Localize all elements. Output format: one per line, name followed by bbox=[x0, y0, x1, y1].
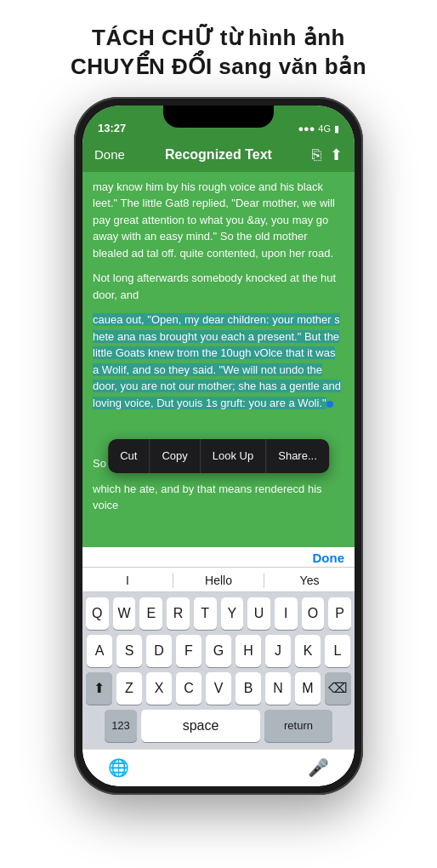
cursor-end bbox=[326, 401, 333, 408]
done-row: Done bbox=[82, 547, 355, 567]
key-g[interactable]: G bbox=[206, 635, 231, 667]
key-t[interactable]: T bbox=[194, 597, 217, 630]
notch bbox=[163, 106, 274, 128]
title-line2: CHUYỂN ĐỔI sang văn bản bbox=[17, 53, 420, 82]
system-bar: 🌐 🎤 bbox=[82, 749, 355, 786]
key-p[interactable]: P bbox=[328, 597, 351, 630]
key-numbers[interactable]: 123 bbox=[105, 710, 137, 742]
pred-word-3[interactable]: Yes bbox=[264, 574, 355, 587]
key-delete[interactable]: ⌫ bbox=[325, 672, 351, 705]
text-block-1-content: may know him by his rough voice and his … bbox=[93, 180, 335, 260]
key-q[interactable]: Q bbox=[86, 597, 109, 630]
microphone-icon[interactable]: 🎤 bbox=[308, 757, 329, 778]
look-up-button[interactable]: Look Up bbox=[201, 439, 266, 473]
key-o[interactable]: O bbox=[302, 597, 325, 630]
key-c[interactable]: C bbox=[176, 672, 201, 705]
copy-icon[interactable]: ⎘ bbox=[312, 147, 321, 163]
screen: 13:27 ●●● 4G ▮ Done Recognized Text ⎘ ⬆ bbox=[82, 106, 355, 786]
key-s[interactable]: S bbox=[116, 635, 142, 667]
key-row-1: Q W E R T Y U I O P bbox=[86, 597, 351, 630]
key-x[interactable]: X bbox=[146, 672, 172, 705]
text-block-1: may know him by his rough voice and his … bbox=[93, 179, 344, 262]
key-d[interactable]: D bbox=[146, 635, 172, 667]
key-y[interactable]: Y bbox=[221, 597, 244, 630]
key-return[interactable]: return bbox=[264, 710, 332, 742]
key-l[interactable]: L bbox=[325, 635, 350, 667]
globe-icon[interactable]: 🌐 bbox=[108, 757, 129, 778]
key-n[interactable]: N bbox=[265, 672, 291, 705]
status-time: 13:27 bbox=[98, 122, 126, 134]
key-h[interactable]: H bbox=[236, 635, 261, 667]
title-line1: TÁCH CHỮ từ hình ảnh bbox=[17, 24, 420, 53]
text-block-2: Not long afterwards somebody knocked at … bbox=[93, 270, 344, 303]
text-block-5: which he ate, and by that means renderec… bbox=[93, 481, 344, 514]
key-u[interactable]: U bbox=[247, 597, 270, 630]
share-icon[interactable]: ⬆ bbox=[330, 147, 343, 163]
battery-icon: ▮ bbox=[334, 123, 339, 134]
key-e[interactable]: E bbox=[139, 597, 162, 630]
context-menu: Cut Copy Look Up Share... bbox=[108, 439, 329, 473]
keyboard-area: Done I Hello Yes Q W E R T bbox=[82, 547, 355, 786]
key-v[interactable]: V bbox=[206, 672, 231, 705]
selected-text: cauea out, "Open, my dear children: your… bbox=[93, 313, 341, 409]
text-block-5-content: which he ate, and by that means renderec… bbox=[93, 483, 322, 512]
key-r[interactable]: R bbox=[167, 597, 190, 630]
predictive-bar: I Hello Yes bbox=[82, 567, 355, 592]
nav-title: Recognized Text bbox=[165, 147, 272, 163]
key-j[interactable]: J bbox=[265, 635, 291, 667]
title-area: TÁCH CHỮ từ hình ảnh CHUYỂN ĐỔI sang văn… bbox=[0, 0, 437, 97]
key-z[interactable]: Z bbox=[116, 672, 142, 705]
nav-bar: Done Recognized Text ⎘ ⬆ bbox=[82, 138, 355, 172]
status-icons: ●●● 4G ▮ bbox=[298, 123, 339, 134]
cut-button[interactable]: Cut bbox=[108, 439, 150, 473]
key-i[interactable]: I bbox=[275, 597, 298, 630]
copy-button[interactable]: Copy bbox=[150, 439, 200, 473]
text-block-3: cauea out, "Open, my dear children: your… bbox=[93, 311, 344, 411]
pred-word-1[interactable]: I bbox=[82, 574, 173, 587]
text-content: may know him by his rough voice and his … bbox=[93, 179, 344, 514]
nav-done-button[interactable]: Done bbox=[94, 147, 125, 162]
key-a[interactable]: A bbox=[87, 635, 112, 667]
pred-word-2[interactable]: Hello bbox=[173, 574, 264, 587]
text-block-2-content: Not long afterwards somebody knocked at … bbox=[93, 271, 336, 301]
nav-icons: ⎘ ⬆ bbox=[312, 147, 343, 163]
content-area: may know him by his rough voice and his … bbox=[82, 172, 355, 547]
text-fade bbox=[82, 513, 355, 547]
key-row-3: ⬆ Z X C V B N M ⌫ bbox=[86, 672, 351, 705]
signal-icon: ●●● bbox=[298, 123, 315, 134]
key-space[interactable]: space bbox=[141, 710, 260, 742]
key-w[interactable]: W bbox=[113, 597, 136, 630]
key-m[interactable]: M bbox=[295, 672, 321, 705]
keyboard-done-button[interactable]: Done bbox=[313, 551, 345, 565]
share-button[interactable]: Share... bbox=[266, 439, 329, 473]
keyboard: Q W E R T Y U I O P A S bbox=[82, 592, 355, 749]
key-row-2: A S D F G H J K L bbox=[86, 635, 351, 667]
key-row-4: 123 space return bbox=[86, 710, 351, 742]
key-f[interactable]: F bbox=[176, 635, 201, 667]
phone-mockup: 13:27 ●●● 4G ▮ Done Recognized Text ⎘ ⬆ bbox=[74, 97, 363, 795]
phone-inner: 13:27 ●●● 4G ▮ Done Recognized Text ⎘ ⬆ bbox=[82, 106, 355, 786]
key-b[interactable]: B bbox=[236, 672, 261, 705]
key-k[interactable]: K bbox=[295, 635, 321, 667]
network-label: 4G bbox=[318, 123, 331, 134]
key-shift[interactable]: ⬆ bbox=[86, 672, 112, 705]
